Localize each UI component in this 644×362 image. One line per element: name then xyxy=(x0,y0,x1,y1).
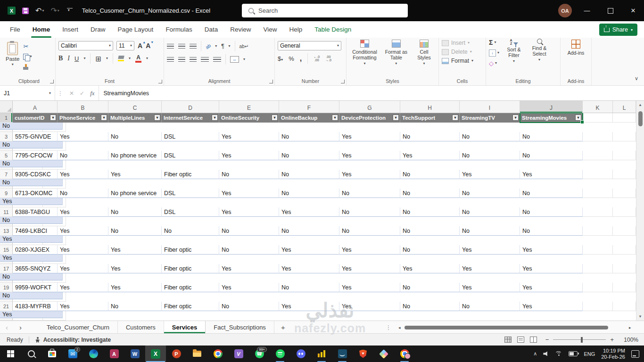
filter-button[interactable]: ▾ xyxy=(272,115,278,121)
vertical-scrollbar[interactable]: ▲ ▼ xyxy=(636,101,644,321)
cell[interactable]: No xyxy=(520,132,583,141)
cell[interactable]: No xyxy=(108,132,162,141)
autosum-button[interactable]: Σ▾ xyxy=(489,39,499,46)
shrink-font-button[interactable]: A▼ xyxy=(146,42,150,49)
horizontal-scroll-thumb[interactable] xyxy=(405,326,608,329)
fill-color-button[interactable] xyxy=(118,56,124,61)
cell[interactable]: No xyxy=(0,217,63,224)
merge-dropdown-icon[interactable]: ▾ xyxy=(243,58,245,61)
cell[interactable]: 3655-SNQYZ xyxy=(13,264,58,273)
empty-cell[interactable] xyxy=(583,226,613,236)
column-header-G[interactable]: G xyxy=(339,101,400,113)
cell[interactable]: No xyxy=(108,226,162,236)
cell[interactable]: No phone service xyxy=(108,151,162,160)
filter-button[interactable]: ▾ xyxy=(393,115,399,121)
taskbar-start-icon[interactable] xyxy=(0,346,21,362)
cell[interactable]: Yes xyxy=(279,302,339,311)
column-header-H[interactable]: H xyxy=(400,101,460,113)
taskbar-chromeface-icon[interactable] xyxy=(394,346,415,362)
hscroll-right-icon[interactable]: ▸ xyxy=(629,321,631,334)
decrease-indent-button[interactable] xyxy=(201,57,209,62)
close-button[interactable]: ✕ xyxy=(622,0,644,21)
cell[interactable]: 5575-GNVDE xyxy=(13,132,58,141)
header-cell[interactable]: TechSupport▾ xyxy=(400,113,460,123)
cell[interactable]: Yes xyxy=(58,245,108,255)
cell[interactable]: Yes xyxy=(339,170,400,179)
accounting-format-button[interactable]: $▾ xyxy=(278,55,283,62)
ribbon-tab-draw[interactable]: Draw xyxy=(84,21,112,38)
cell[interactable]: Yes xyxy=(339,151,400,160)
cell[interactable]: Yes xyxy=(58,302,108,311)
filter-button[interactable]: ▾ xyxy=(512,115,519,121)
cell[interactable]: Yes xyxy=(219,151,279,160)
cell[interactable]: No xyxy=(279,151,339,160)
underline-button[interactable]: U xyxy=(74,55,79,62)
undo-dropdown-icon[interactable]: ▾ xyxy=(42,9,44,13)
column-header-K[interactable]: K xyxy=(583,101,613,113)
empty-cell[interactable] xyxy=(583,302,613,311)
cell[interactable]: No xyxy=(460,132,520,141)
cell[interactable]: 6388-TABGU xyxy=(13,207,58,217)
cell[interactable]: Yes xyxy=(219,207,279,217)
cell[interactable]: DSL xyxy=(162,207,219,217)
search-box[interactable]: Search xyxy=(242,4,408,17)
filter-button[interactable]: ▾ xyxy=(101,115,107,121)
addins-button[interactable]: Add-ins xyxy=(568,40,585,77)
sheet-tab-services[interactable]: Services xyxy=(164,321,206,333)
cell[interactable]: No xyxy=(0,292,63,299)
cell[interactable]: Yes xyxy=(339,132,400,141)
cell[interactable]: No xyxy=(460,302,520,311)
cell[interactable]: No xyxy=(339,189,400,198)
row-number[interactable]: 1 xyxy=(0,113,13,123)
fill-color-dropdown-icon[interactable]: ▾ xyxy=(129,57,131,60)
text-direction-dropdown-icon[interactable]: ▾ xyxy=(229,44,231,48)
cell[interactable]: No phone service xyxy=(108,189,162,198)
avatar[interactable]: OA xyxy=(558,4,572,17)
format-painter-button[interactable] xyxy=(23,63,32,71)
cell[interactable]: No xyxy=(58,151,108,160)
ribbon-tab-home[interactable]: Home xyxy=(26,21,57,38)
insert-function-icon[interactable]: fx xyxy=(90,90,94,97)
underline-dropdown-icon[interactable]: ▾ xyxy=(83,57,85,60)
column-header-L[interactable]: L xyxy=(613,101,636,113)
cell[interactable]: Yes xyxy=(460,264,520,273)
cell[interactable]: No xyxy=(460,189,520,198)
cell[interactable]: Yes xyxy=(108,283,162,292)
accessibility-status[interactable]: Accessibility: Investigate xyxy=(43,337,111,343)
taskbar-brave-icon[interactable] xyxy=(353,346,373,362)
empty-cell[interactable] xyxy=(583,264,613,273)
header-cell[interactable]: MultipleLines▾ xyxy=(108,113,162,123)
cell[interactable]: No xyxy=(219,245,279,255)
share-button[interactable]: Share ▾ xyxy=(599,24,637,36)
empty-cell[interactable] xyxy=(613,170,636,179)
filter-button[interactable]: ▾ xyxy=(154,115,160,121)
cell[interactable]: No xyxy=(0,141,63,148)
cell[interactable]: No xyxy=(520,207,583,217)
italic-button[interactable]: I xyxy=(67,55,70,62)
sheet-tab-fact_subscriptions[interactable]: Fact_Subscriptions xyxy=(206,321,274,333)
text-direction-button[interactable]: ¶ xyxy=(221,43,224,49)
taskbar-access-icon[interactable]: A xyxy=(104,346,124,362)
empty-cell[interactable] xyxy=(613,132,636,141)
row-number[interactable]: 5 xyxy=(0,151,13,160)
filter-button[interactable]: ▾ xyxy=(575,115,581,121)
cell[interactable]: No xyxy=(400,245,460,255)
alignment-dialog-launcher[interactable] xyxy=(269,80,273,83)
merge-center-button[interactable]: ↔ xyxy=(230,56,239,63)
battery-icon[interactable] xyxy=(569,351,578,356)
column-header-A[interactable]: A xyxy=(13,101,58,113)
row-number[interactable]: 15 xyxy=(0,245,13,255)
minimize-button[interactable]: — xyxy=(576,0,598,21)
font-color-dropdown-icon[interactable]: ▾ xyxy=(146,57,148,60)
cell[interactable]: No xyxy=(108,302,162,311)
cell[interactable]: Yes xyxy=(0,236,63,243)
row-number[interactable]: 21 xyxy=(0,302,13,311)
empty-cell[interactable] xyxy=(583,189,613,198)
decrease-decimal-button[interactable]: .00→.0 xyxy=(325,55,331,62)
cell[interactable]: No xyxy=(520,151,583,160)
cell[interactable]: Yes xyxy=(520,283,583,292)
cell[interactable]: DSL xyxy=(162,151,219,160)
save-icon[interactable] xyxy=(22,8,29,14)
cell[interactable]: Yes xyxy=(219,283,279,292)
empty-cell[interactable] xyxy=(613,264,636,273)
